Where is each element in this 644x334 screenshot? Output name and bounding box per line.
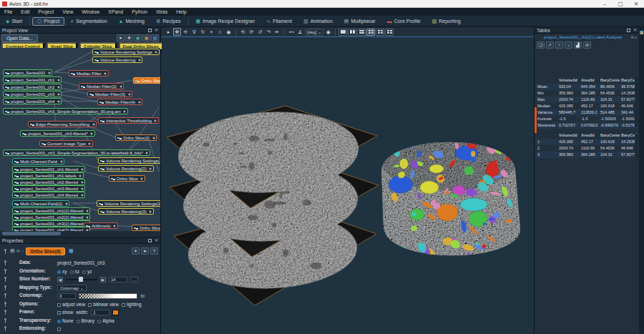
- workroom-meshing[interactable]: ▲Meshing: [114, 17, 150, 26]
- checkbox-icon[interactable]: [57, 303, 61, 307]
- node-graph[interactable]: Volume Rendering SettingsVolume Renderin…: [0, 48, 160, 231]
- workroom-filament[interactable]: ∿Filament: [261, 17, 297, 26]
- pv-grid1-icon[interactable]: ▦: [142, 34, 150, 41]
- node-port-icon[interactable]: [92, 123, 95, 126]
- radio-icon[interactable]: [70, 270, 74, 274]
- stats-table-scrollbar[interactable]: ⌄: [635, 77, 638, 129]
- mapping-type-select[interactable]: Colormap ⌄: [57, 285, 87, 291]
- node-port-icon[interactable]: [57, 93, 60, 96]
- radio-option[interactable]: xz: [70, 269, 80, 274]
- menu-item-edit[interactable]: Edit: [16, 8, 34, 16]
- slider-handle[interactable]: [79, 277, 83, 282]
- folder-icon[interactable]: ▤: [10, 248, 15, 254]
- node-port-icon[interactable]: [86, 216, 89, 219]
- pin-icon[interactable]: [4, 277, 6, 282]
- node-port-icon[interactable]: [138, 59, 141, 62]
- menu-item-view[interactable]: View: [58, 8, 77, 16]
- rot-ccw-icon[interactable]: ⟲: [239, 28, 247, 36]
- graph-node[interactable]: project_Series001: [3, 69, 52, 76]
- colormap-strip[interactable]: [79, 293, 137, 299]
- angle-unit-dropdown[interactable]: [deg]⌄: [305, 29, 323, 36]
- menu-item-window[interactable]: Window: [77, 8, 104, 16]
- radio-icon[interactable]: [82, 270, 86, 274]
- node-port-icon[interactable]: [104, 72, 107, 75]
- node-port-icon[interactable]: [113, 225, 116, 227]
- radio-icon[interactable]: [77, 320, 80, 323]
- graph-hscrollbar[interactable]: [0, 231, 160, 236]
- back-icon[interactable]: ↞: [273, 28, 281, 36]
- zoomtool-icon[interactable]: ⚲: [190, 28, 198, 36]
- pin-icon[interactable]: [4, 310, 6, 315]
- workroom-recipes[interactable]: ⚙Recipes: [151, 17, 186, 26]
- show-checkbox[interactable]: show: [57, 310, 73, 315]
- workroom-segmentation[interactable]: ◐Segmentation: [66, 17, 112, 26]
- tab-label-analysis[interactable]: project_Series001_ch1(2).Label-Analysis: [537, 35, 629, 39]
- workroom-image-recipe-designer[interactable]: ▦Image Recipe Designer: [191, 17, 260, 26]
- checkbox-icon[interactable]: [88, 303, 92, 307]
- workroom-core-profile[interactable]: ▬Core Profile: [382, 17, 426, 26]
- node-port-icon[interactable]: [57, 100, 60, 103]
- snapshot-icon[interactable]: ◉: [324, 28, 332, 36]
- radio-icon[interactable]: [97, 320, 101, 323]
- node-port-icon[interactable]: [81, 194, 84, 197]
- graph-node[interactable]: project_Series001_ch3-filtered*: [20, 130, 95, 137]
- stats-row[interactable]: Skewness0.7027070.670913-0.690073-0.5179…: [536, 122, 635, 129]
- close-icon[interactable]: ✕: [628, 0, 644, 8]
- workroom-start[interactable]: ◈Start: [1, 17, 27, 26]
- graph-node[interactable]: Ortho Slice: [132, 225, 160, 231]
- radio-option[interactable]: yz: [82, 269, 92, 274]
- data-table-scrollbar[interactable]: ⌃: [635, 132, 638, 158]
- checkbox-option[interactable]: [57, 326, 62, 331]
- node-port-icon[interactable]: [57, 79, 60, 82]
- rot-u-icon[interactable]: ↺: [256, 28, 264, 36]
- seek-icon[interactable]: ⌖: [208, 28, 215, 36]
- pin-icon[interactable]: [4, 302, 6, 307]
- menu-item-xtras[interactable]: Xtras: [152, 8, 172, 16]
- radio-option[interactable]: Alpha: [97, 318, 114, 323]
- node-port-icon[interactable]: [88, 142, 91, 145]
- tab-next-icon[interactable]: ▸: [635, 35, 637, 39]
- graph-node[interactable]: Volume Rendering Settings: [92, 49, 160, 55]
- stats-row[interactable]: Mean933.04644.35486.460639.5758: [536, 84, 635, 90]
- link-icon[interactable]: ∞: [16, 248, 20, 253]
- graph-node[interactable]: project_Series001_ch3(2).filtered: [12, 220, 90, 227]
- float-panel-icon[interactable]: [627, 29, 630, 32]
- checkbox-option[interactable]: bilinear view: [88, 302, 119, 307]
- help-icon[interactable]: ?: [150, 247, 158, 255]
- maximize-icon[interactable]: ▢: [613, 0, 628, 8]
- node-port-icon[interactable]: [138, 101, 141, 104]
- splitter-highlight[interactable]: [535, 107, 537, 133]
- menu-item-help[interactable]: Help: [172, 8, 190, 16]
- table-row[interactable]: 22009.741116.6954.453646.646: [536, 145, 635, 152]
- copy-icon[interactable]: ❏: [537, 41, 545, 49]
- graph-hscrollbar-thumb[interactable]: [2, 232, 61, 235]
- checkbox-icon[interactable]: [57, 328, 61, 331]
- slider-left-icon[interactable]: ◀: [57, 277, 63, 283]
- menu-item-xpand[interactable]: XPand: [104, 8, 127, 16]
- node-port-icon[interactable]: [81, 168, 84, 171]
- stats-row[interactable]: Min359.983364.28554.453614.2538: [536, 90, 635, 97]
- stats-row[interactable]: Variance580445.7112839.2514.485341.44: [536, 109, 635, 116]
- node-port-icon[interactable]: [48, 72, 51, 74]
- frame-width-input[interactable]: 1: [91, 310, 109, 315]
- graph-node[interactable]: Ortho Slice: [133, 77, 160, 84]
- pv-hand-icon[interactable]: ✥: [125, 34, 133, 41]
- node-port-icon[interactable]: [65, 202, 68, 205]
- workroom-reporting[interactable]: ▧Reporting: [427, 17, 466, 26]
- more-button[interactable]: ...: [130, 277, 138, 283]
- row-up-icon[interactable]: ↑: [555, 41, 563, 49]
- node-port-icon[interactable]: [79, 175, 82, 177]
- graph-node[interactable]: project_Series001_ch3_Simple-Segmentatio…: [3, 149, 150, 156]
- graph-node[interactable]: Volume Rendering Settings(3): [97, 200, 160, 207]
- graph-node[interactable]: Median Filter(3): [87, 91, 132, 97]
- graph-node[interactable]: project_Series001_ch3_Simple-Segmentatio…: [3, 108, 128, 114]
- rot-d-icon[interactable]: ↷: [265, 28, 273, 36]
- node-port-icon[interactable]: [81, 187, 84, 190]
- radio-icon[interactable]: [57, 320, 61, 323]
- graph-node[interactable]: project_Series001_ch1.labels: [12, 172, 84, 179]
- checkbox-icon[interactable]: [122, 303, 125, 307]
- cancel-icon[interactable]: ⊘: [583, 41, 591, 49]
- node-port-icon[interactable]: [90, 132, 93, 135]
- pin-icon[interactable]: [4, 318, 6, 323]
- node-port-icon[interactable]: [86, 210, 89, 212]
